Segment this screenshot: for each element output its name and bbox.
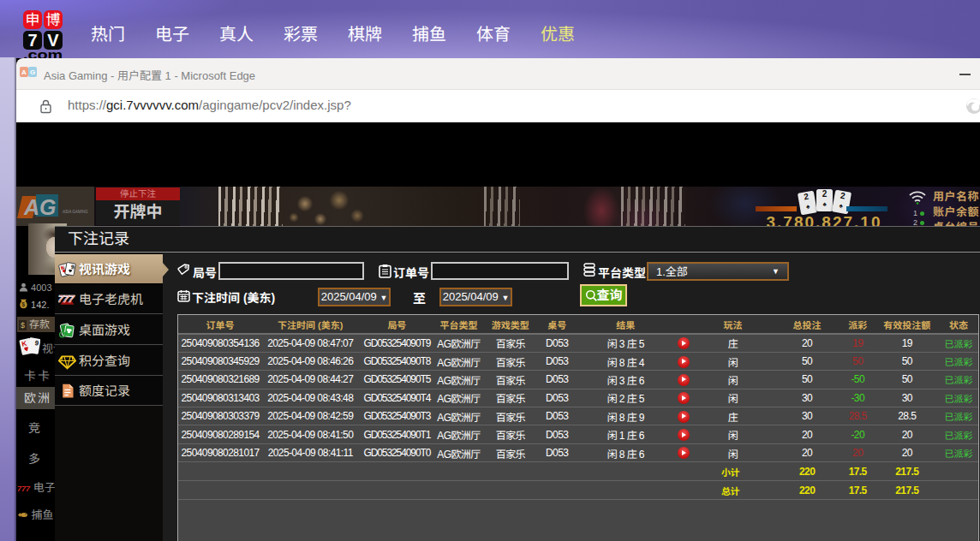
svg-text:$: $ xyxy=(21,301,25,308)
svg-text:ASIA GAMING: ASIA GAMING xyxy=(62,210,88,214)
svg-text:777: 777 xyxy=(58,294,75,304)
svg-text:AG: AG xyxy=(23,195,57,219)
